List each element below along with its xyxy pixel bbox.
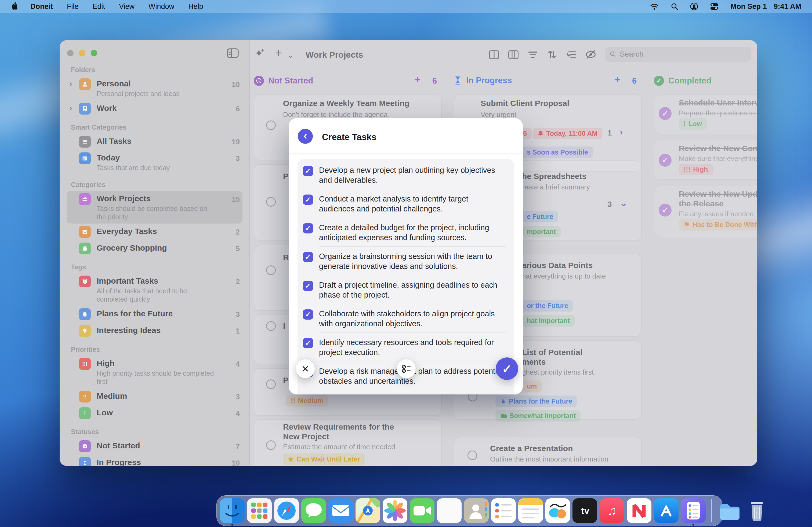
task-checklist-item[interactable]: ✓Collaborate with stakeholders to align …: [298, 304, 514, 332]
card-title: New Project: [283, 432, 329, 441]
complete-task-radio[interactable]: [266, 120, 276, 130]
card-title-fragment: I: [283, 321, 285, 331]
dock-icon-mail[interactable]: [329, 498, 353, 523]
column-title: In Progress: [466, 76, 512, 85]
edit-list-button[interactable]: [397, 359, 416, 378]
dock-icon-news[interactable]: [627, 498, 651, 523]
dock-icon-freeform[interactable]: [545, 498, 570, 523]
board-title: Work Projects: [306, 50, 363, 60]
task-checklist-item[interactable]: ✓Create a detailed budget for the projec…: [298, 218, 514, 246]
user-account-icon[interactable]: [690, 2, 698, 11]
checkbox-checked-icon[interactable]: ✓: [303, 166, 313, 176]
complete-task-radio[interactable]: [467, 451, 477, 460]
add-task-button[interactable]: +: [275, 46, 282, 60]
hide-completed-eye-icon[interactable]: [585, 49, 597, 61]
back-button[interactable]: ‹: [298, 129, 313, 144]
menu-app-name[interactable]: Doneit: [30, 2, 53, 11]
dock-icon-apple-tv[interactable]: tv: [572, 498, 597, 523]
dock-icon-contacts[interactable]: [464, 498, 489, 523]
sort-icon[interactable]: [547, 49, 557, 61]
checkbox-checked-icon[interactable]: ✓: [303, 281, 313, 291]
confirm-button[interactable]: ✓: [496, 358, 518, 380]
chevron-down-icon[interactable]: ⌄: [620, 197, 627, 208]
apple-menu-icon[interactable]: [11, 2, 18, 11]
checkbox-checked-icon[interactable]: ✓: [303, 310, 313, 320]
tag-badge: Somewhat Important: [495, 410, 581, 422]
chevron-down-icon[interactable]: ⌄: [287, 51, 293, 60]
complete-task-radio[interactable]: [266, 266, 276, 275]
column-title: Not Started: [268, 76, 313, 86]
three-column-layout-icon[interactable]: [508, 50, 519, 61]
spotlight-search-icon[interactable]: [671, 3, 678, 10]
search-field[interactable]: [605, 47, 751, 62]
checkbox-checked-icon[interactable]: ✓: [303, 195, 313, 205]
complete-task-radio[interactable]: [266, 321, 276, 331]
menu-item-edit[interactable]: Edit: [93, 2, 105, 11]
completed-check-icon[interactable]: ✓: [659, 154, 671, 167]
modal-title: Create Tasks: [322, 132, 376, 142]
chevron-right-icon[interactable]: ›: [620, 127, 623, 137]
menu-item-window[interactable]: Window: [148, 2, 174, 11]
two-column-layout-icon[interactable]: [489, 50, 499, 61]
dock-icon-maps[interactable]: [356, 498, 380, 523]
card-title-fragment: P: [283, 172, 288, 181]
dock-icon-reminders[interactable]: [491, 498, 516, 523]
menu-time[interactable]: 9:41 AM: [773, 2, 801, 11]
control-center-icon[interactable]: [710, 3, 719, 10]
dock-icon-music[interactable]: ♫: [599, 498, 624, 523]
tag-badge-fragment: e Future: [522, 211, 558, 223]
task-checklist-item[interactable]: ✓Organize a brainstorming session with t…: [298, 246, 514, 275]
tag-badge-fragment: hat Important: [522, 315, 575, 327]
menu-date[interactable]: Mon Sep 1: [730, 2, 767, 11]
divider: [289, 153, 523, 154]
dock-icon-doneit[interactable]: [681, 498, 706, 523]
task-checklist-item[interactable]: ✓Conduct a market analysis to identify t…: [298, 189, 514, 217]
check-circle-icon: ✓: [654, 76, 664, 86]
column-count: 6: [632, 76, 637, 86]
add-card-button[interactable]: +: [415, 74, 420, 86]
dock-icon-safari[interactable]: [274, 498, 299, 523]
completed-check-icon[interactable]: ✓: [659, 107, 671, 120]
dock-icon-notes[interactable]: [518, 498, 543, 523]
dock-icon-messages[interactable]: [301, 498, 326, 523]
complete-task-radio[interactable]: [266, 379, 276, 389]
complete-task-radio[interactable]: [266, 440, 276, 450]
cancel-button[interactable]: ×: [296, 359, 315, 378]
task-checklist-item[interactable]: ✓Identify necessary resources and tools …: [298, 333, 514, 361]
completed-check-icon[interactable]: ✓: [659, 204, 671, 216]
toggle-sidebar-icon[interactable]: [227, 48, 239, 60]
menu-item-view[interactable]: View: [119, 2, 134, 11]
group-by-icon[interactable]: [566, 50, 577, 60]
filter-icon[interactable]: [527, 50, 538, 60]
dock-icon-calendar[interactable]: Tue1: [437, 498, 462, 523]
dock-icon-app-store[interactable]: [654, 498, 679, 523]
add-card-button[interactable]: +: [614, 74, 620, 86]
ai-sparkle-icon[interactable]: [253, 47, 266, 61]
tv-label: tv: [581, 506, 589, 516]
checkbox-checked-icon[interactable]: ✓: [303, 223, 313, 234]
dock-icon-finder[interactable]: [220, 498, 245, 523]
dock-icon-launchpad[interactable]: [247, 498, 272, 523]
card-title-fragment: List of Potential: [522, 348, 582, 357]
card-title-fragment: R: [283, 253, 289, 262]
column-count: 6: [432, 76, 437, 86]
dock-icon-facetime[interactable]: [410, 498, 434, 523]
app-running-dot: [693, 524, 694, 526]
card-title: the Release: [679, 199, 724, 208]
wifi-icon[interactable]: [650, 3, 659, 10]
card-subtitle-fragment: reate a brief summary: [522, 183, 590, 191]
checklist-icon: [401, 363, 412, 374]
complete-task-radio[interactable]: [266, 197, 276, 207]
search-input[interactable]: [619, 50, 746, 59]
dock-icon-downloads-folder[interactable]: [717, 498, 742, 523]
checkbox-checked-icon[interactable]: ✓: [303, 338, 313, 348]
menu-item-file[interactable]: File: [67, 2, 79, 11]
dock-icon-trash[interactable]: [744, 498, 769, 523]
task-checklist-item[interactable]: ✓Draft a project timeline, assigning dea…: [298, 275, 514, 304]
task-checklist-item[interactable]: ✓Develop a new project plan outlining ke…: [298, 161, 514, 189]
menu-item-help[interactable]: Help: [188, 2, 203, 11]
card-subtitle: Estimate the amount of time needed: [283, 443, 395, 451]
dock-icon-photos[interactable]: [383, 498, 407, 523]
checkbox-checked-icon[interactable]: ✓: [303, 252, 313, 262]
column-title: Completed: [668, 76, 711, 86]
